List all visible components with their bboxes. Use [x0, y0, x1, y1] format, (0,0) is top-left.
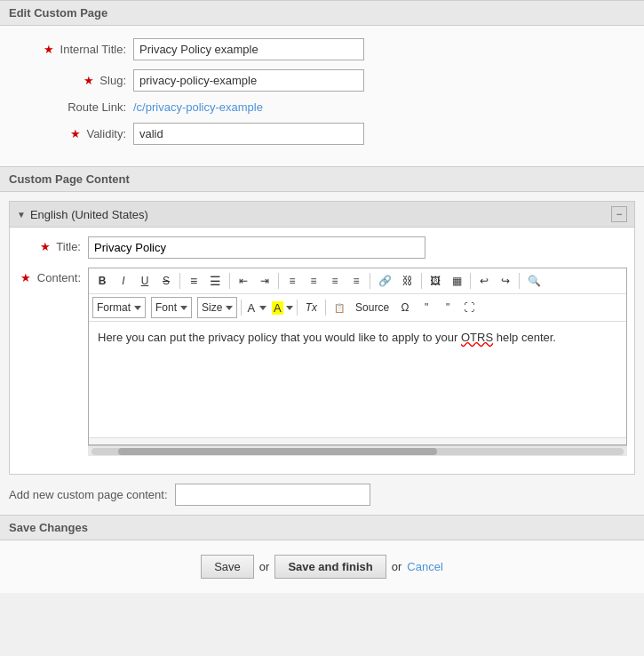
cancel-link[interactable]: Cancel [407, 560, 442, 573]
language-block: ▼ English (United States) − ★ Title: ★ C… [9, 201, 635, 475]
redo-button[interactable]: ↪ [496, 271, 515, 291]
size-dropdown[interactable]: Size [197, 297, 237, 318]
or-text-1: or [259, 560, 270, 573]
add-content-input[interactable] [175, 484, 370, 506]
separator7 [519, 273, 520, 289]
separator1 [179, 273, 180, 289]
save-changes-header: Save Changes [0, 515, 644, 540]
search-button[interactable]: 🔍 [523, 271, 545, 291]
editor-content-area[interactable]: Here you can put the privacy policy that… [89, 322, 626, 437]
toolbar-row1: B I U S ≡ ☰ ⇤ ⇥ ≡ ≡ [89, 268, 626, 294]
required-star-title: ★ [40, 240, 51, 253]
lang-title-label: ★ Title: [17, 236, 88, 253]
paste-from-word-button[interactable]: 📋 [330, 298, 349, 317]
scrollbar-thumb [118, 448, 437, 455]
table-button[interactable]: ▦ [447, 271, 466, 291]
format-dropdown[interactable]: Format [92, 297, 146, 318]
align-left-button[interactable]: ≡ [282, 271, 302, 291]
underline-button[interactable]: U [135, 271, 155, 291]
validity-row: ★ Validity: [9, 123, 635, 145]
size-dropdown-arrow [226, 306, 233, 310]
editor-statusbar [89, 437, 626, 444]
separator9 [297, 300, 298, 316]
otrs-text: OTRS [461, 331, 493, 344]
outdent-button[interactable]: ⇤ [234, 271, 253, 291]
separator8 [241, 300, 242, 316]
internal-title-label: ★ Internal Title: [9, 43, 133, 56]
save-and-finish-button[interactable]: Save and finish [274, 555, 386, 579]
font-dropdown[interactable]: Font [151, 297, 192, 318]
scrollbar-track [91, 448, 624, 455]
image-button[interactable]: 🖼 [425, 271, 445, 291]
unordered-list-button[interactable]: ☰ [205, 271, 226, 291]
ordered-list-button[interactable]: ≡ [184, 271, 203, 291]
add-content-label: Add new custom page content: [9, 488, 168, 501]
blockquote2-button[interactable]: " [438, 298, 457, 317]
triangle-icon: ▼ [17, 210, 26, 220]
route-link-row: Route Link: /c/privacy-policy-example [9, 100, 635, 114]
language-toggle[interactable]: ▼ English (United States) [17, 208, 148, 221]
indent-button[interactable]: ⇥ [255, 271, 274, 291]
align-right-button[interactable]: ≡ [325, 271, 345, 291]
page-title: Edit Custom Page [9, 6, 107, 20]
format-dropdown-arrow [134, 306, 141, 310]
custom-page-content-title: Custom Page Content [9, 172, 130, 186]
custom-page-content-body: ▼ English (United States) − ★ Title: ★ C… [0, 192, 644, 515]
lang-content-row: ★ Content: B I U S ≡ ☰ [17, 268, 627, 456]
validity-input[interactable] [133, 123, 364, 145]
toolbar-row2: Format Font Size [89, 294, 626, 322]
separator5 [421, 273, 422, 289]
add-content-row: Add new custom page content: [9, 484, 635, 506]
language-label: English (United States) [30, 208, 148, 221]
required-star-validity: ★ [70, 127, 81, 140]
italic-button[interactable]: I [114, 271, 133, 291]
font-color-button[interactable]: A [245, 301, 266, 315]
horizontal-scrollbar[interactable] [88, 445, 627, 456]
required-star-slug: ★ [83, 74, 94, 87]
bg-color-button[interactable]: A [272, 301, 293, 315]
rich-text-editor: B I U S ≡ ☰ ⇤ ⇥ ≡ ≡ [88, 268, 627, 456]
omega-button[interactable]: Ω [395, 298, 415, 317]
maximize-button[interactable]: ⛶ [459, 298, 479, 317]
font-dropdown-arrow [180, 306, 187, 310]
blockquote-button[interactable]: " [417, 298, 436, 317]
lang-content-label: ★ Content: [17, 268, 88, 284]
bg-color-arrow [286, 306, 293, 310]
save-button[interactable]: Save [201, 555, 254, 579]
editor-wrapper: B I U S ≡ ☰ ⇤ ⇥ ≡ ≡ [88, 268, 627, 445]
internal-title-row: ★ Internal Title: [9, 38, 635, 60]
unlink-button[interactable]: ⛓ [398, 271, 417, 291]
required-star-content: ★ [20, 271, 31, 284]
slug-row: ★ Slug: [9, 69, 635, 92]
route-link[interactable]: /c/privacy-policy-example [133, 100, 263, 114]
or-text-2: or [392, 560, 402, 573]
save-changes-title: Save Changes [9, 521, 88, 534]
remove-format-button[interactable]: Tx [301, 298, 322, 317]
separator3 [278, 273, 279, 289]
source-button[interactable]: Source [351, 298, 394, 317]
undo-button[interactable]: ↩ [474, 271, 494, 291]
save-changes-body: Save or Save and finish or Cancel [0, 540, 644, 593]
bold-button[interactable]: B [92, 271, 112, 291]
edit-custom-page-body: ★ Internal Title: ★ Slug: Route Link: /c… [0, 26, 644, 166]
validity-label: ★ Validity: [9, 127, 133, 140]
slug-label: ★ Slug: [9, 74, 133, 87]
route-link-label: Route Link: [9, 100, 133, 114]
separator2 [229, 273, 230, 289]
font-color-arrow [259, 306, 266, 310]
edit-custom-page-header: Edit Custom Page [0, 0, 644, 26]
separator4 [370, 273, 370, 289]
separator10 [325, 300, 326, 316]
strikethrough-button[interactable]: S [156, 271, 176, 291]
align-center-button[interactable]: ≡ [304, 271, 323, 291]
required-star: ★ [44, 43, 54, 56]
lang-title-row: ★ Title: [17, 236, 627, 259]
separator6 [470, 273, 471, 289]
internal-title-input[interactable] [133, 38, 364, 60]
link-button[interactable]: 🔗 [374, 271, 396, 291]
collapse-button[interactable]: − [611, 206, 627, 222]
lang-title-input[interactable] [88, 236, 425, 259]
slug-input[interactable] [133, 69, 364, 92]
custom-page-content-header: Custom Page Content [0, 166, 644, 192]
align-justify-button[interactable]: ≡ [346, 271, 366, 291]
